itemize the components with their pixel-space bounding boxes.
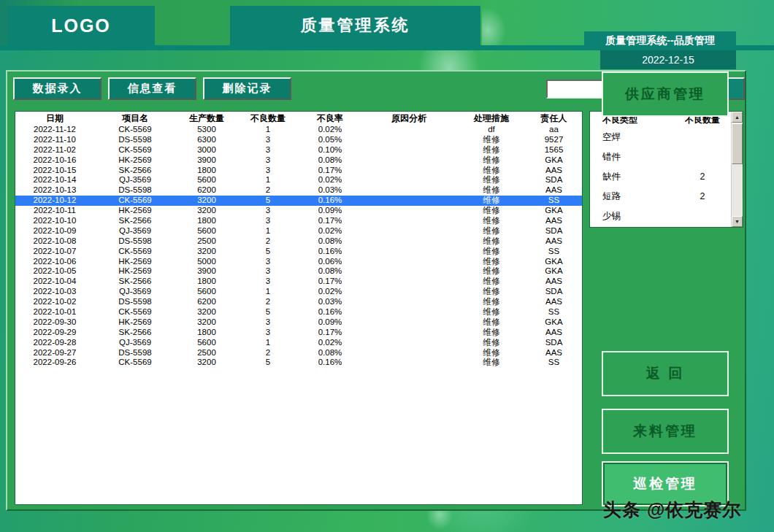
column-header: 原因分析 [361,112,456,125]
back-button[interactable]: 返 回 [602,351,729,396]
table-row[interactable]: 2022-10-14QJ-3569560010.02%维修SDA [15,175,582,185]
cell: 6300 [176,135,237,145]
table-row[interactable]: 2022-10-02DS-5598620020.03%维修AAS [15,297,582,307]
cell: 维修 [456,247,526,257]
cell: CK-5569 [94,145,176,155]
cell: 2022-09-28 [15,338,94,348]
cell: HK-2569 [94,266,176,277]
cell [361,185,456,196]
table-row[interactable]: 2022-10-16HK-2569390030.08%维修GKA [15,155,582,166]
cell: CK-5569 [94,358,176,368]
module-subtitle: 质量管理系统--品质管理 [584,31,736,50]
table-row[interactable]: 2022-11-10DS-5598630030.05%维修9527 [15,135,582,145]
cell: 5600 [176,175,237,185]
cell: GKA [526,155,581,166]
table-row[interactable]: 2022-10-07CK-5569320050.16%维修SS [15,247,582,257]
current-date: 2022-12-15 [600,50,736,69]
table-row[interactable]: 2022-09-29SK-2566180030.17%维修AAS [15,328,582,338]
cell: DS-5598 [94,135,176,145]
table-row[interactable]: 2022-10-03QJ-3569560010.02%维修SDA [15,287,582,297]
cell: CK-5569 [94,125,176,135]
cell: 0.06% [299,257,361,267]
cell: 2022-10-06 [15,257,94,267]
cell: 2022-10-14 [15,175,94,185]
table-row[interactable]: 2022-11-02CK-5569300030.10%维修1565 [15,145,582,155]
cell [361,358,456,368]
cell [361,257,456,267]
cell: 维修 [456,338,526,348]
info-view-button[interactable]: 信息查看 [108,77,196,100]
defect-row[interactable]: 错件 [590,147,743,167]
cell: 3 [237,216,299,226]
table-row[interactable]: 2022-10-15SK-2566180030.17%维修AAS [15,166,582,176]
cell: 2022-10-04 [15,277,94,287]
table-row[interactable]: 2022-10-12CK-5569320050.16%维修SS [15,196,582,206]
cell: 维修 [456,196,526,206]
cell: GKA [526,206,581,216]
table-row[interactable]: 2022-10-05HK-2569390030.08%维修GKA [15,266,582,277]
scroll-up-icon[interactable]: ▲ [732,112,743,123]
table-row[interactable]: 2022-10-06HK-2569500030.06%维修GKA [15,257,582,267]
data-entry-button[interactable]: 数据录入 [13,77,101,100]
table-row[interactable]: 2022-09-27DS-5598250020.08%维修AAS [15,348,582,358]
cell: AAS [526,185,581,196]
cell: 3200 [176,358,237,368]
table-row[interactable]: 2022-10-04SK-2566180030.17%维修AAS [15,277,582,287]
cell [361,236,456,247]
incoming-material-button[interactable]: 来料管理 [602,409,729,454]
cell [361,196,456,206]
cell: 1800 [176,277,237,287]
cell: 维修 [456,287,526,297]
column-header: 不良数量 [237,112,299,125]
defect-qty [675,128,730,147]
table-row[interactable]: 2022-10-13DS-5598620020.03%维修AAS [15,185,582,196]
table-row[interactable]: 2022-11-12CK-5569530010.02%dfaa [15,125,582,135]
defect-row[interactable]: 少锡 [590,207,743,226]
table-row[interactable]: 2022-10-09QJ-3569560010.02%维修SDA [15,226,582,236]
cell: 0.03% [299,297,361,307]
cell: 维修 [456,266,526,277]
defect-qty: 2 [675,187,730,207]
cell [361,206,456,216]
defect-row[interactable]: 缺件2 [590,167,743,187]
cell: 3200 [176,206,237,216]
cell: 3 [237,277,299,287]
cell [361,317,456,328]
cell: 3 [237,328,299,338]
cell: AAS [526,297,581,307]
scrollbar-thumb[interactable] [732,123,743,164]
defect-row[interactable]: 短路2 [590,187,743,207]
cell: 2022-10-02 [15,297,94,307]
table-row[interactable]: 2022-10-08DS-5598250020.08%维修AAS [15,236,582,247]
cell: 5 [237,196,299,206]
cell: 2022-09-26 [15,358,94,368]
cell: 维修 [456,175,526,185]
cell: 2022-10-08 [15,236,94,247]
table-row[interactable]: 2022-10-11HK-2569320030.09%维修GKA [15,206,582,216]
cell: 维修 [456,297,526,307]
cell: 2022-10-05 [15,266,94,277]
supplier-management-button[interactable]: 供应商管理 [602,72,729,117]
table-row[interactable]: 2022-09-30HK-2569320030.09%维修GKA [15,317,582,328]
cell: 5 [237,358,299,368]
cell: 维修 [456,185,526,196]
cell: 0.09% [299,317,361,328]
defect-row[interactable]: 空焊 [590,128,743,147]
cell: 9527 [526,135,581,145]
table-row[interactable]: 2022-10-10SK-2566180030.17%维修AAS [15,216,582,226]
delete-record-button[interactable]: 删除记录 [203,77,291,100]
table-header: 日期项目名生产数量不良数量不良率原因分析处理措施责任人 [15,112,582,125]
defect-scrollbar[interactable]: ▲ ▼ [731,112,743,227]
cell: 0.17% [299,328,361,338]
cell: 5300 [176,125,237,135]
scroll-down-icon[interactable]: ▼ [732,216,743,227]
table-row[interactable]: 2022-09-26CK-5569320050.16%维修SS [15,358,582,368]
table-row[interactable]: 2022-10-01CK-5569320050.16%维修SS [15,307,582,317]
column-header: 责任人 [526,112,581,125]
cell: 3900 [176,155,237,166]
cell: HK-2569 [94,206,176,216]
cell: 2022-09-30 [15,317,94,328]
cell: 维修 [456,135,526,145]
table-row[interactable]: 2022-09-28QJ-3569560010.02%维修SDA [15,338,582,348]
cell: CK-5569 [94,196,176,206]
